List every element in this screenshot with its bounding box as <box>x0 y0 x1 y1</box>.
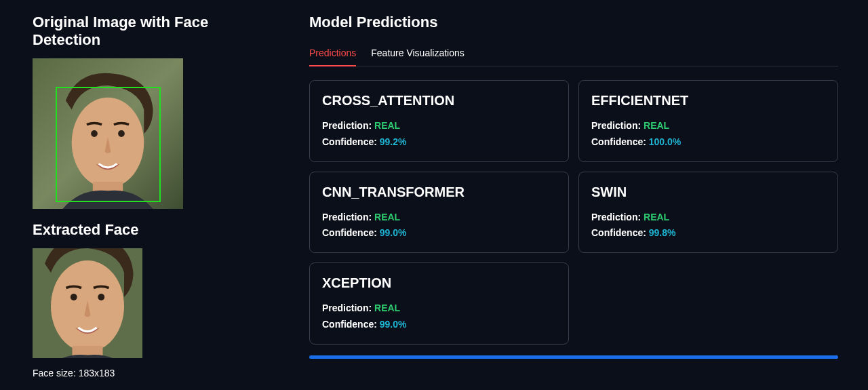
prediction-cards-grid: CROSS_ATTENTIONPrediction: REALConfidenc… <box>309 80 838 345</box>
confidence-value: 99.8% <box>649 227 676 238</box>
confidence-label: Confidence: <box>591 227 649 238</box>
face-crop-illustration <box>33 248 142 358</box>
confidence-label: Confidence: <box>591 136 649 147</box>
confidence-row: Confidence: 99.0% <box>322 225 556 241</box>
face-detection-box <box>56 87 161 202</box>
confidence-label: Confidence: <box>322 227 380 238</box>
confidence-value: 99.2% <box>380 136 407 147</box>
model-name: SWIN <box>591 184 825 200</box>
confidence-value: 99.0% <box>380 227 407 238</box>
confidence-value: 99.0% <box>380 319 407 330</box>
original-image <box>33 58 183 209</box>
prediction-value: REAL <box>374 212 400 222</box>
model-card: SWINPrediction: REALConfidence: 99.8% <box>578 172 838 254</box>
progress-track <box>309 355 838 359</box>
right-column: Model Predictions Predictions Feature Vi… <box>309 14 838 378</box>
model-card: XCEPTIONPrediction: REALConfidence: 99.0… <box>309 262 569 345</box>
prediction-label: Prediction: <box>322 212 374 222</box>
prediction-value: REAL <box>374 303 400 313</box>
confidence-label: Confidence: <box>322 136 380 147</box>
prediction-value: REAL <box>644 212 669 222</box>
prediction-row: Prediction: REAL <box>591 118 825 134</box>
prediction-value: REAL <box>374 120 400 131</box>
model-card: EFFICIENTNETPrediction: REALConfidence: … <box>578 80 838 162</box>
extracted-face-image <box>33 248 142 358</box>
prediction-label: Prediction: <box>322 120 374 131</box>
svg-point-9 <box>98 294 104 300</box>
prediction-value: REAL <box>644 120 669 131</box>
model-card: CNN_TRANSFORMERPrediction: REALConfidenc… <box>309 172 569 254</box>
face-size-text: Face size: 183x183 <box>33 368 277 378</box>
model-name: XCEPTION <box>322 275 556 291</box>
prediction-label: Prediction: <box>322 303 374 313</box>
model-name: EFFICIENTNET <box>591 93 825 109</box>
model-card: CROSS_ATTENTIONPrediction: REALConfidenc… <box>309 80 569 162</box>
prediction-row: Prediction: REAL <box>591 210 825 226</box>
confidence-row: Confidence: 99.0% <box>322 317 556 333</box>
model-predictions-title: Model Predictions <box>309 14 838 31</box>
model-name: CROSS_ATTENTION <box>322 93 556 109</box>
prediction-label: Prediction: <box>591 212 644 222</box>
prediction-row: Prediction: REAL <box>322 118 556 134</box>
confidence-label: Confidence: <box>322 319 380 330</box>
tab-predictions[interactable]: Predictions <box>309 41 356 66</box>
prediction-row: Prediction: REAL <box>322 300 556 317</box>
extracted-face-title: Extracted Face <box>33 221 277 239</box>
svg-point-8 <box>71 294 77 300</box>
confidence-row: Confidence: 100.0% <box>591 134 825 151</box>
progress-bar <box>309 355 838 359</box>
confidence-row: Confidence: 99.8% <box>591 225 825 241</box>
confidence-row: Confidence: 99.2% <box>322 134 556 151</box>
confidence-value: 100.0% <box>649 136 681 147</box>
tab-feature-visualizations[interactable]: Feature Visualizations <box>371 41 464 66</box>
tabs: Predictions Feature Visualizations <box>309 41 838 66</box>
model-name: CNN_TRANSFORMER <box>322 184 556 200</box>
prediction-label: Prediction: <box>591 120 644 131</box>
original-image-title: Original Image with Face Detection <box>33 14 277 49</box>
left-column: Original Image with Face Detection <box>33 14 277 378</box>
prediction-row: Prediction: REAL <box>322 210 556 226</box>
